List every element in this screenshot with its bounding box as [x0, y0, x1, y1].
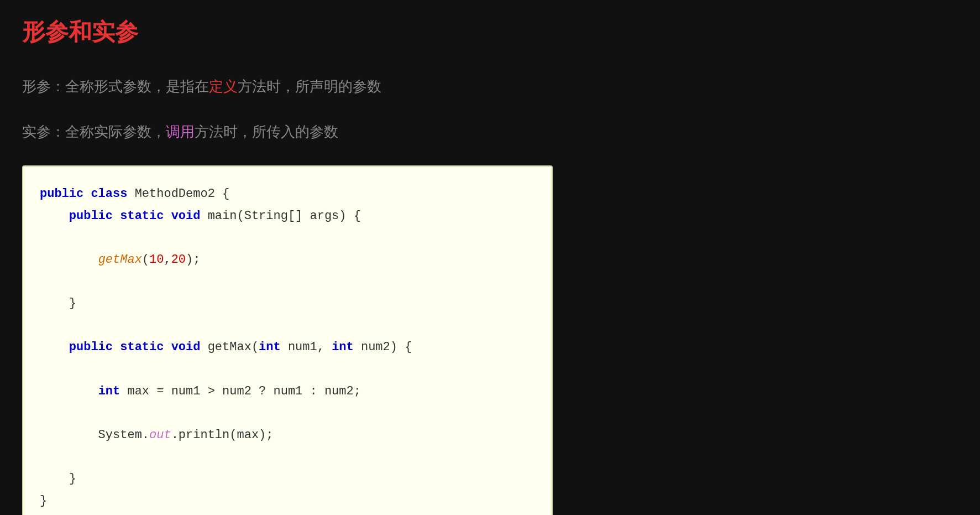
- code-line-2: public static void main(String[] args) {: [40, 205, 535, 227]
- description-formal-param: 形参：全称形式参数，是指在定义方法时，所声明的参数: [22, 75, 958, 98]
- code-line-4: getMax(10,20);: [40, 249, 535, 271]
- page-title: 形参和实参: [22, 17, 958, 48]
- code-line-8: public static void getMax(int num1, int …: [40, 336, 535, 358]
- desc2-prefix: 实参：全称实际参数，: [22, 123, 166, 140]
- code-line-3: [40, 227, 535, 249]
- code-line-1: public class MethodDemo2 {: [40, 183, 535, 205]
- code-line-14: }: [40, 468, 535, 490]
- description-actual-param: 实参：全称实际参数，调用方法时，所传入的参数: [22, 121, 958, 144]
- code-line-13: [40, 446, 535, 468]
- code-line-5: [40, 271, 535, 293]
- desc1-highlight: 定义: [209, 78, 238, 95]
- desc1-prefix: 形参：全称形式参数，是指在: [22, 78, 209, 95]
- code-line-12: System.out.println(max);: [40, 424, 535, 446]
- code-line-15: }: [40, 490, 535, 512]
- code-block: public class MethodDemo2 { public static…: [22, 165, 553, 515]
- code-line-6: }: [40, 293, 535, 315]
- desc1-suffix: 方法时，所声明的参数: [238, 78, 381, 95]
- page-container: 形参和实参 形参：全称形式参数，是指在定义方法时，所声明的参数 实参：全称实际参…: [0, 0, 980, 515]
- code-line-10: int max = num1 > num2 ? num1 : num2;: [40, 381, 535, 403]
- desc2-highlight: 调用: [166, 123, 195, 140]
- code-line-9: [40, 358, 535, 381]
- code-line-7: [40, 315, 535, 337]
- desc2-suffix: 方法时，所传入的参数: [195, 123, 338, 140]
- code-line-11: [40, 402, 535, 424]
